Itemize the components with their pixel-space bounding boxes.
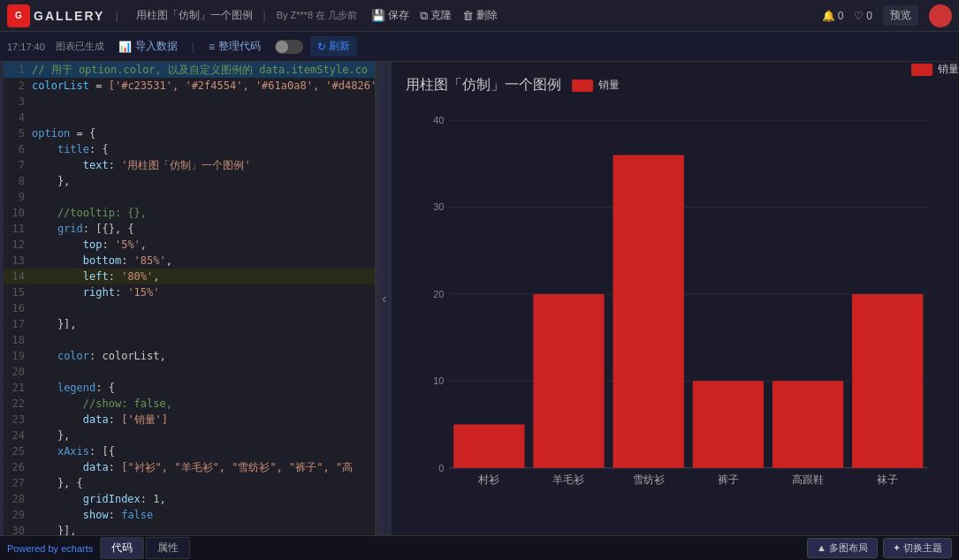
clean-code-button[interactable]: ≡ 整理代码 [202, 36, 268, 57]
chart-svg: 010203040村衫羊毛衫雪纺衫裤子高跟鞋袜子 [406, 102, 945, 521]
code-line: 10 //tooltip: {}, [0, 205, 375, 221]
legend-label-2: 销量 [938, 62, 959, 77]
svg-text:20: 20 [433, 289, 444, 299]
powered-by: Powered by echarts [7, 543, 93, 554]
top-right-legend: 销量 [911, 62, 959, 77]
left-indicator [0, 62, 4, 535]
chart-area: 010203040村衫羊毛衫雪纺衫裤子高跟鞋袜子 [406, 102, 945, 521]
code-line: 24 }, [0, 428, 375, 443]
main-area: 1// 用于 option.color, 以及自定义图例的 data.itemS… [0, 62, 959, 535]
preview-button[interactable]: 预览 [883, 5, 918, 26]
code-line: 6 title: { [0, 141, 375, 157]
svg-rect-21 [852, 294, 923, 468]
code-line: 27 }, { [0, 475, 375, 491]
svg-text:30: 30 [433, 201, 444, 212]
bottom-tabs: 代码 属性 [100, 537, 190, 559]
svg-text:0: 0 [438, 463, 444, 473]
svg-text:裤子: 裤子 [718, 473, 739, 486]
timestamp: 17:17:40 [7, 42, 45, 52]
logo-icon: G [7, 4, 30, 27]
code-panel[interactable]: 1// 用于 option.color, 以及自定义图例的 data.itemS… [0, 62, 376, 535]
topbar-actions: 💾 保存 ⧉ 克隆 🗑 删除 [371, 8, 498, 23]
code-line: 11 grid: [{}, { [0, 221, 375, 237]
code-line: 30 }], [0, 523, 375, 535]
tab-props[interactable]: 属性 [146, 537, 190, 559]
clone-button[interactable]: ⧉ 克隆 [420, 8, 452, 23]
clean-icon: ≡ [209, 41, 215, 53]
svg-text:袜子: 袜子 [877, 473, 898, 486]
code-line: 21 legend: { [0, 380, 375, 396]
delete-icon: 🗑 [462, 9, 474, 22]
svg-rect-17 [693, 381, 764, 467]
code-line: 15 right: '15%' [0, 284, 375, 300]
avatar[interactable] [929, 4, 952, 27]
like-icon: ♡ [854, 10, 864, 22]
code-line: 14 left: '80%', [0, 269, 375, 284]
svg-rect-15 [613, 155, 683, 468]
logo: G GALLERY [7, 4, 104, 27]
tab-code[interactable]: 代码 [100, 537, 144, 559]
chart-panel: 用柱图「仿制」一个图例 销量 销量 010203040村衫羊毛衫雪纺衫裤子高跟鞋… [392, 62, 959, 535]
code-line: 4 [0, 110, 375, 125]
legend-color-box [572, 79, 593, 92]
code-line: 5option = { [0, 125, 375, 141]
bottom-bar: Powered by echarts 代码 属性 ▲ 多图布局 ✦ 切换主题 [0, 535, 959, 560]
top-bar: G GALLERY | 用柱图「仿制」一个图例 | By Z***8 在 几步前… [0, 0, 959, 32]
code-line: 25 xAxis: [{ [0, 443, 375, 459]
bottom-right-buttons: ▲ 多图布局 ✦ 切换主题 [807, 538, 952, 558]
collapse-arrow[interactable]: ‹ [376, 62, 392, 535]
code-line: 16 [0, 300, 375, 316]
multi-layout-button[interactable]: ▲ 多图布局 [807, 538, 878, 558]
toolbar2: 17:17:40 图表已生成 📊 导入数据 | ≡ 整理代码 ↻ 刷新 [0, 32, 959, 62]
code-line: 3 [0, 94, 375, 110]
svg-text:雪纺衫: 雪纺衫 [633, 473, 665, 486]
refresh-icon: ↻ [317, 41, 326, 53]
status-text: 图表已生成 [56, 40, 104, 53]
code-line: 8 }, [0, 173, 375, 189]
svg-rect-13 [533, 294, 604, 468]
legend-color-box-2 [911, 64, 932, 76]
code-line: 20 [0, 364, 375, 380]
chart-title: 用柱图「仿制」一个图例 [406, 76, 561, 95]
svg-text:40: 40 [433, 115, 444, 125]
code-lines: 1// 用于 option.color, 以及自定义图例的 data.itemS… [0, 62, 375, 535]
switch-theme-button[interactable]: ✦ 切换主题 [883, 538, 952, 558]
clone-icon: ⧉ [420, 9, 428, 23]
toggle-knob [276, 41, 288, 53]
svg-text:10: 10 [433, 375, 444, 386]
code-line: 29 show: false [0, 507, 375, 523]
code-line: 7 text: '用柱图「仿制」一个图例' [0, 157, 375, 173]
code-line: 18 [0, 332, 375, 348]
chart-legend: 销量 [572, 78, 620, 93]
chart-title-area: 用柱图「仿制」一个图例 销量 销量 [406, 76, 945, 95]
page-title: 用柱图「仿制」一个图例 [136, 8, 253, 23]
code-line: 17 }], [0, 316, 375, 332]
save-button[interactable]: 💾 保存 [371, 8, 409, 23]
code-line: 9 [0, 189, 375, 205]
heart-count[interactable]: 🔔 0 [822, 10, 844, 22]
topbar-right: 🔔 0 ♡ 0 预览 [822, 4, 952, 27]
code-line: 22 //show: false, [0, 396, 375, 412]
subtitle: By Z***8 在 几步前 [277, 9, 358, 22]
legend-label: 销量 [598, 78, 620, 93]
code-line: 12 top: '5%', [0, 237, 375, 253]
import-data-button[interactable]: 📊 导入数据 [111, 36, 185, 57]
code-line: 26 data: ["衬衫", "羊毛衫", "雪纺衫", "裤子", "高 [0, 459, 375, 475]
code-line: 1// 用于 option.color, 以及自定义图例的 data.itemS… [0, 62, 375, 78]
svg-text:高跟鞋: 高跟鞋 [792, 473, 824, 486]
svg-rect-11 [453, 425, 524, 468]
delete-button[interactable]: 🗑 删除 [462, 8, 498, 23]
svg-rect-19 [773, 381, 843, 467]
code-line: 2colorList = ['#c23531', '#2f4554', '#61… [0, 78, 375, 94]
code-line: 13 bottom: '85%', [0, 253, 375, 269]
svg-text:羊毛衫: 羊毛衫 [552, 473, 584, 486]
refresh-button[interactable]: ↻ 刷新 [310, 36, 357, 57]
code-line: 23 data: ['销量'] [0, 412, 375, 428]
like-count[interactable]: ♡ 0 [854, 10, 872, 22]
chart-icon: 📊 [118, 41, 132, 53]
svg-text:村衫: 村衫 [477, 473, 499, 486]
code-line: 28 gridIndex: 1, [0, 491, 375, 507]
toggle-switch[interactable] [275, 40, 303, 54]
logo-text: GALLERY [34, 9, 104, 23]
save-icon: 💾 [371, 9, 385, 22]
